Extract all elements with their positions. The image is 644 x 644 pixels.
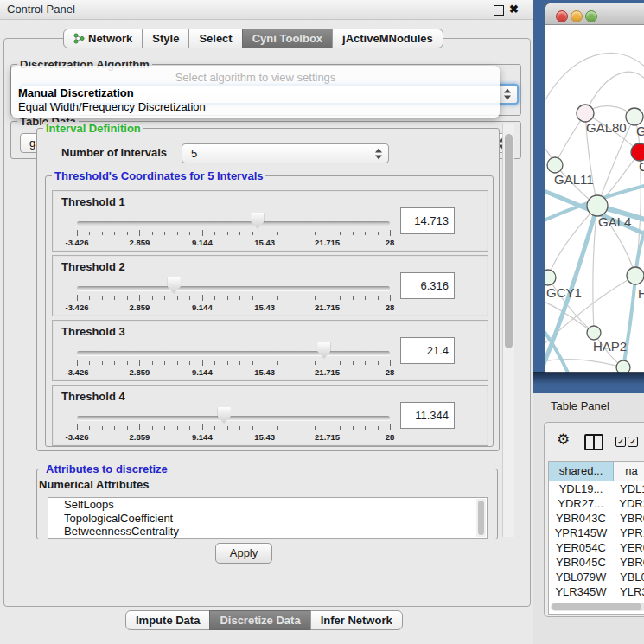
cell-name: YDL1: [613, 481, 644, 496]
threshold-slider-track[interactable]: [77, 286, 390, 290]
number-of-intervals-combobox[interactable]: 5: [182, 143, 389, 163]
attribute-items: SelfLoopsTopologicalCoefficientBetweenne…: [48, 498, 487, 539]
table-row[interactable]: YER054C YER0: [549, 540, 644, 555]
network-node-gal11[interactable]: [547, 157, 563, 173]
threshold-value-field[interactable]: 6.316: [400, 272, 455, 299]
threshold-slider-track[interactable]: [77, 351, 390, 355]
settings-scroll-viewport: Interval Definition Number of Intervals …: [7, 123, 518, 539]
checkbox-icon[interactable]: ✓: [628, 437, 638, 447]
algorithm-dropdown-popup: Select algorithm to view settings Manual…: [11, 66, 500, 118]
attributes-list-scrollbar[interactable]: [476, 499, 486, 537]
tab-discretize-data[interactable]: Discretize Data: [209, 610, 310, 630]
tick-mark: [202, 360, 203, 366]
cell-shared-name: YDR27...: [549, 496, 612, 511]
threshold-label: Threshold 3: [61, 325, 125, 338]
tick-mark: [340, 232, 341, 235]
close-icon[interactable]: ✖: [509, 1, 519, 18]
float-window-button[interactable]: [494, 5, 504, 16]
tick-mark: [265, 230, 265, 236]
table-row[interactable]: YBR045C YBR0: [549, 555, 644, 570]
numerical-attributes-list[interactable]: SelfLoopsTopologicalCoefficientBetweenne…: [48, 497, 488, 539]
panel-scrollbar-thumb[interactable]: [505, 134, 513, 348]
network-node-label: GAL4: [598, 214, 631, 229]
threshold-value-field[interactable]: 14.713: [400, 207, 455, 234]
network-window-titlebar[interactable]: [545, 3, 644, 25]
tick-mark: [127, 361, 128, 365]
scale-label: 9.144: [192, 367, 213, 377]
slider-scale-labels: -3.4262.8599.14415.4321.71528: [77, 238, 390, 248]
close-traffic-light[interactable]: [556, 10, 568, 22]
apply-button[interactable]: Apply: [215, 543, 272, 564]
table-row[interactable]: YDR27... YDR2: [549, 496, 644, 511]
zoom-traffic-light[interactable]: [585, 10, 597, 22]
tick-mark: [328, 230, 328, 236]
threshold-slider-thumb[interactable]: [168, 277, 181, 294]
tick-mark: [114, 296, 115, 300]
tab-network[interactable]: Network: [63, 29, 143, 48]
tab-jactivemnodules[interactable]: jActiveMNodules: [332, 29, 443, 48]
tick-mark: [340, 426, 341, 430]
threshold-value-field[interactable]: 11.344: [400, 402, 455, 429]
tab-select[interactable]: Select: [188, 29, 242, 48]
slider-scale-labels: -3.4262.8599.14415.4321.71528: [77, 432, 390, 443]
checkbox-icon[interactable]: ✓: [615, 437, 626, 447]
table-horizontal-scrollbar[interactable]: [551, 603, 644, 611]
table-row[interactable]: YBR043C YBR0: [549, 511, 644, 526]
tab-infer-network[interactable]: Infer Network: [310, 610, 403, 630]
network-canvas[interactable]: GAL80GACOGAL11GAL4GCY1HAHAP2: [545, 24, 644, 373]
threshold-slider-track[interactable]: [77, 221, 390, 226]
tick-mark: [340, 361, 341, 365]
attributes-scrollbar-thumb[interactable]: [478, 501, 484, 535]
table-row[interactable]: YPR145W YPR1: [549, 526, 644, 540]
panel-vertical-scrollbar[interactable]: [502, 124, 514, 537]
network-node-hap2[interactable]: [587, 326, 601, 340]
tick-mark: [303, 296, 303, 300]
scale-label: 21.715: [315, 367, 340, 377]
threshold-slider-thumb[interactable]: [317, 342, 330, 359]
tick-mark: [277, 296, 278, 300]
tick-mark: [102, 426, 103, 430]
table-header-row: shared... na: [549, 462, 644, 481]
attribute-item-betweennesscentrality[interactable]: BetweennessCentrality: [48, 525, 487, 539]
tick-mark: [303, 232, 303, 235]
gear-icon[interactable]: ⚙: [557, 431, 570, 449]
attribute-item-topologicalcoefficient[interactable]: TopologicalCoefficient: [48, 512, 487, 526]
scale-label: 2.859: [130, 367, 150, 377]
threshold-slider-thumb[interactable]: [251, 213, 264, 229]
network-node-gal4[interactable]: [587, 195, 608, 216]
cell-name: YBR0: [613, 511, 644, 526]
combo-stepper-icon[interactable]: [504, 89, 512, 100]
table-hscrollbar-thumb[interactable]: [552, 603, 641, 610]
threshold-value-field[interactable]: 21.4: [400, 337, 455, 364]
threshold-slider-track[interactable]: [77, 416, 390, 420]
table-row[interactable]: YBL079W YBL0: [549, 570, 644, 584]
network-node[interactable]: [616, 360, 630, 373]
table-row[interactable]: YLR345W YLR3: [549, 584, 644, 599]
tick-mark: [102, 232, 103, 235]
column-header-name[interactable]: na: [614, 462, 644, 481]
algorithm-option-equal-width-frequency-discretization[interactable]: Equal Width/Frequency Discretization: [18, 100, 206, 113]
tab-cyni-toolbox[interactable]: Cyni Toolbox: [242, 29, 333, 48]
tick-mark: [290, 361, 290, 365]
network-node-gal80[interactable]: [577, 105, 594, 122]
tab-impute-data[interactable]: Impute Data: [125, 610, 210, 630]
thresholds-group-title: Threshold's Coordinates for 5 Intervals: [52, 169, 265, 182]
column-header-shared-name[interactable]: shared...: [549, 462, 614, 481]
network-node-gcy1[interactable]: [545, 270, 556, 285]
network-node-ha[interactable]: [627, 267, 644, 284]
network-edge: [545, 360, 623, 367]
table-row[interactable]: YDL19... YDL1: [549, 481, 644, 496]
tick-mark: [290, 232, 290, 235]
tab-style[interactable]: Style: [142, 29, 189, 48]
algorithm-option-manual-discretization[interactable]: Manual Discretization: [18, 86, 134, 99]
network-node-ga[interactable]: [626, 108, 643, 125]
tick-mark: [139, 360, 140, 366]
tick-mark: [114, 426, 115, 430]
threshold-slider-thumb[interactable]: [218, 407, 231, 424]
network-node-co[interactable]: [631, 143, 644, 161]
combo-stepper-icon[interactable]: [375, 148, 383, 159]
split-columns-icon[interactable]: [584, 434, 603, 450]
network-edge: [545, 301, 594, 333]
attribute-item-selfloops[interactable]: SelfLoops: [48, 498, 487, 512]
minimize-traffic-light[interactable]: [571, 10, 583, 22]
